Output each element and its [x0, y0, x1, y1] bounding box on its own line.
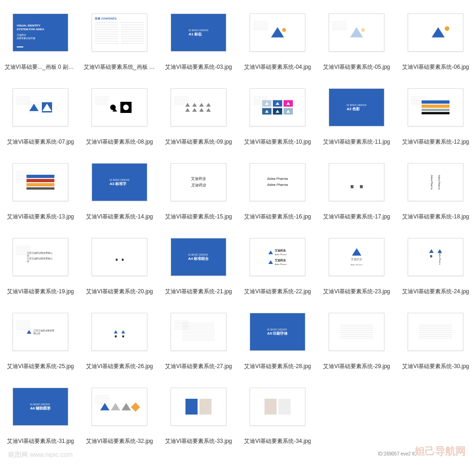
thumbnail-filename: 艾迪VI基础要素系统-34.jpg: [244, 437, 311, 445]
thumbnail-preview[interactable]: [401, 304, 470, 360]
thumbnail-preview[interactable]: 01 BASIC DESIGNA5 印刷字体: [243, 304, 312, 360]
thumbnail-preview[interactable]: 江苏艾迪药业股份有限公司 江苏艾迪药业股份有限公司: [85, 229, 154, 285]
thumbnail-item[interactable]: 01 BASIC DESIGNA4 标准组合 艾迪VI基础要素系统-21.jpg: [162, 229, 235, 296]
thumbnail-preview[interactable]: [85, 379, 154, 435]
thumbnail-item[interactable]: 01 BASIC DESIGNA2 色彩 艾迪VI基础要素系统-11.jpg: [320, 79, 393, 146]
thumbnail-filename: 艾迪VI基础要..._画板 0 副本.jpg: [5, 63, 77, 71]
thumbnail-preview[interactable]: 目录 CONTENTS: [85, 5, 154, 60]
thumbnail-item[interactable]: 目录 CONTENTS 艾迪VI基础要素系统_画板 1.jpg: [83, 5, 156, 71]
thumbnail-item[interactable]: 江苏艾迪药业股份有限公司江苏艾迪药业股份有限公司 艾迪VI基础要素系统-19.j…: [4, 229, 77, 296]
thumbnail-filename: 艾迪VI基础要素系统-14.jpg: [86, 213, 153, 221]
thumbnail-preview[interactable]: [322, 304, 391, 360]
thumbnail-preview[interactable]: [85, 79, 154, 135]
thumbnail-filename: 艾迪VI基础要素系统-17.jpg: [323, 213, 390, 221]
thumbnail-item[interactable]: 艾迪VI基础要素系统-06.jpg: [399, 5, 472, 71]
thumbnail-filename: 艾迪VI基础要素系统-18.jpg: [402, 213, 469, 221]
thumbnail-filename: 艾迪VI基础要素系统_画板 1.jpg: [84, 63, 156, 71]
thumbnail-filename: 艾迪VI基础要素系统-25.jpg: [7, 363, 74, 370]
thumbnail-filename: 艾迪VI基础要素系统-09.jpg: [165, 138, 232, 146]
thumbnail-item[interactable]: 艾迪VI基础要素系统-33.jpg: [162, 379, 235, 445]
thumbnail-item[interactable]: 艾迪VI基础要素系统-13.jpg: [4, 154, 77, 221]
thumbnail-item[interactable]: 艾迪药业 Aidea Pharma 艾迪VI基础要素系统-23.jpg: [320, 229, 393, 296]
thumbnail-preview[interactable]: 01 BASIC DESIGNA4 标准组合: [164, 229, 233, 285]
thumbnail-item[interactable]: 01 BASIC DESIGNA5 印刷字体 艾迪VI基础要素系统-28.jpg: [241, 304, 314, 370]
thumbnail-item[interactable]: VISUAL IDENTITYSYSTEM FOR AIDEA 艾迪药业品牌形象…: [4, 5, 77, 71]
thumbnail-preview[interactable]: [6, 154, 75, 210]
thumbnail-filename: 艾迪VI基础要素系统-28.jpg: [244, 363, 311, 370]
thumbnail-item[interactable]: 艾迪VI基础要素系统-12.jpg: [399, 79, 472, 146]
thumbnail-preview[interactable]: 江苏艾迪药业股份有限公司 江苏艾迪药业股份有限公司: [85, 304, 154, 360]
thumbnail-preview[interactable]: [401, 5, 470, 60]
thumbnail-preview[interactable]: [243, 5, 312, 60]
thumbnail-preview[interactable]: Aidea PharmaAidea Pharma: [401, 154, 470, 210]
thumbnail-item[interactable]: 江苏艾迪药业股份有限公司 艾迪VI基础要素系统-25.jpg: [4, 304, 77, 370]
thumbnail-preview[interactable]: 01 BASIC DESIGNA2 色彩: [322, 79, 391, 135]
footer-bar: 昵图网 www.nipic.com ID:269057 eve2 8 妲己导航网: [4, 447, 472, 460]
thumbnail-filename: 艾迪VI基础要素系统-11.jpg: [323, 138, 390, 146]
thumbnail-item[interactable]: 01 BASIC DESIGNA3 标准字 艾迪VI基础要素系统-14.jpg: [83, 154, 156, 221]
thumbnail-item[interactable]: 艾迪VI基础要素系统-34.jpg: [241, 379, 314, 445]
thumbnail-preview[interactable]: 艾迪药业艾迪药业: [322, 154, 391, 210]
thumbnail-preview[interactable]: 艾迪药业 Aidea Pharma: [322, 229, 391, 285]
thumbnail-item[interactable]: 艾迪药业 Aidea Pharma 艾迪VI基础要素系统-24.jpg: [399, 229, 472, 296]
thumbnail-item[interactable]: 01 BASIC DESIGNA1 标志 艾迪VI基础要素系统-03.jpg: [162, 5, 235, 71]
thumbnail-preview[interactable]: [6, 79, 75, 135]
thumbnail-item[interactable]: 艾迪药业艾迪药业 艾迪VI基础要素系统-17.jpg: [320, 154, 393, 221]
thumbnail-item[interactable]: 艾迪VI基础要素系统-30.jpg: [399, 304, 472, 370]
thumbnail-filename: 艾迪VI基础要素系统-07.jpg: [7, 138, 74, 146]
thumbnail-filename: 艾迪VI基础要素系统-31.jpg: [7, 437, 74, 445]
thumbnail-item[interactable]: 艾迪VI基础要素系统-04.jpg: [241, 5, 314, 71]
thumbnail-item[interactable]: 江苏艾迪药业股份有限公司 江苏艾迪药业股份有限公司 艾迪VI基础要素系统-20.…: [83, 229, 156, 296]
thumbnail-item[interactable]: 艾迪VI基础要素系统-09.jpg: [162, 79, 235, 146]
thumbnail-item[interactable]: 01 BASIC DESIGNA6 辅助图形 艾迪VI基础要素系统-31.jpg: [4, 379, 77, 445]
thumbnail-preview[interactable]: [164, 79, 233, 135]
thumbnail-preview[interactable]: 艾迪药业Aidea Pharma 艾迪药业Aidea Pharma: [243, 229, 312, 285]
thumbnail-preview[interactable]: 艾迪药业艾迪药业: [164, 154, 233, 210]
thumbnail-filename: 艾迪VI基础要素系统-27.jpg: [165, 363, 232, 370]
thumbnail-filename: 艾迪VI基础要素系统-05.jpg: [323, 63, 390, 71]
thumbnail-preview[interactable]: 艾迪药业 Aidea Pharma: [401, 229, 470, 285]
thumbnail-filename: 艾迪VI基础要素系统-15.jpg: [165, 213, 232, 221]
thumbnail-preview[interactable]: Aidea PharmaAidea Pharma: [243, 154, 312, 210]
thumbnail-item[interactable]: 艾迪VI基础要素系统-08.jpg: [83, 79, 156, 146]
thumbnail-item[interactable]: 艾迪VI基础要素系统-29.jpg: [320, 304, 393, 370]
thumbnail-filename: 艾迪VI基础要素系统-20.jpg: [86, 288, 153, 296]
thumbnail-preview[interactable]: [401, 79, 470, 135]
thumbnail-preview[interactable]: 01 BASIC DESIGNA3 标准字: [85, 154, 154, 210]
thumbnail-filename: 艾迪VI基础要素系统-22.jpg: [244, 288, 311, 296]
thumbnail-preview[interactable]: VISUAL IDENTITYSYSTEM FOR AIDEA 艾迪药业品牌形象…: [6, 5, 75, 60]
thumbnail-item[interactable]: 艾迪VI基础要素系统-32.jpg: [83, 379, 156, 445]
watermark-left: 昵图网 www.nipic.com: [8, 451, 73, 459]
thumbnail-preview[interactable]: [243, 79, 312, 135]
thumbnail-item[interactable]: 艾迪VI基础要素系统-10.jpg: [241, 79, 314, 146]
thumbnail-filename: 艾迪VI基础要素系统-16.jpg: [244, 213, 311, 221]
thumbnail-preview[interactable]: [164, 304, 233, 360]
thumbnail-item[interactable]: 艾迪VI基础要素系统-07.jpg: [4, 79, 77, 146]
watermark-right: 妲己导航网: [415, 444, 466, 458]
thumbnail-item[interactable]: 艾迪VI基础要素系统-05.jpg: [320, 5, 393, 71]
thumbnail-item[interactable]: 艾迪药业Aidea Pharma 艾迪药业Aidea Pharma 艾迪VI基础…: [241, 229, 314, 296]
thumbnail-filename: 艾迪VI基础要素系统-12.jpg: [402, 138, 469, 146]
thumbnail-filename: 艾迪VI基础要素系统-10.jpg: [244, 138, 311, 146]
thumbnail-grid: VISUAL IDENTITYSYSTEM FOR AIDEA 艾迪药业品牌形象…: [4, 5, 472, 445]
thumbnail-preview[interactable]: 江苏艾迪药业股份有限公司江苏艾迪药业股份有限公司: [6, 229, 75, 285]
thumbnail-preview[interactable]: [164, 379, 233, 435]
thumbnail-filename: 艾迪VI基础要素系统-23.jpg: [323, 288, 390, 296]
thumbnail-filename: 艾迪VI基础要素系统-03.jpg: [165, 63, 232, 71]
thumbnail-item[interactable]: Aidea PharmaAidea Pharma 艾迪VI基础要素系统-16.j…: [241, 154, 314, 221]
thumbnail-item[interactable]: 艾迪药业艾迪药业 艾迪VI基础要素系统-15.jpg: [162, 154, 235, 221]
thumbnail-preview[interactable]: 江苏艾迪药业股份有限公司: [6, 304, 75, 360]
thumbnail-filename: 艾迪VI基础要素系统-13.jpg: [7, 213, 74, 221]
thumbnail-filename: 艾迪VI基础要素系统-33.jpg: [165, 437, 232, 445]
thumbnail-preview[interactable]: 01 BASIC DESIGNA6 辅助图形: [6, 379, 75, 435]
thumbnail-preview[interactable]: 01 BASIC DESIGNA1 标志: [164, 5, 233, 60]
thumbnail-filename: 艾迪VI基础要素系统-21.jpg: [165, 288, 232, 296]
thumbnail-item[interactable]: 艾迪VI基础要素系统-27.jpg: [162, 304, 235, 370]
thumbnail-item[interactable]: 江苏艾迪药业股份有限公司 江苏艾迪药业股份有限公司 艾迪VI基础要素系统-26.…: [83, 304, 156, 370]
thumbnail-filename: 艾迪VI基础要素系统-24.jpg: [402, 288, 469, 296]
id-bar: ID:269057 eve2 8: [376, 450, 416, 457]
thumbnail-preview[interactable]: [322, 5, 391, 60]
thumbnail-preview[interactable]: [243, 379, 312, 435]
thumbnail-filename: 艾迪VI基础要素系统-29.jpg: [323, 363, 390, 370]
thumbnail-item[interactable]: Aidea PharmaAidea Pharma 艾迪VI基础要素系统-18.j…: [399, 154, 472, 221]
